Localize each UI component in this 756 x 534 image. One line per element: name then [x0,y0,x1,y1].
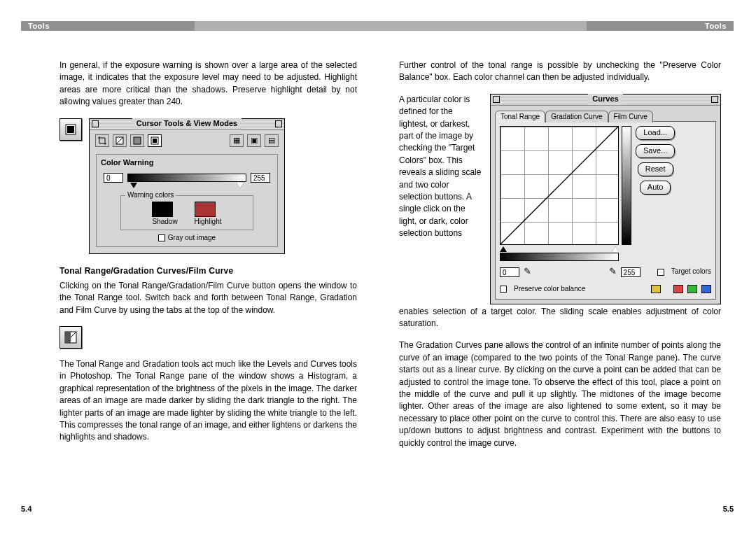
svg-line-8 [500,127,618,244]
screenshot-curves: Curves Tonal RangeGradation CurveFilm Cu… [490,94,721,304]
shadow-slider-handle[interactable] [130,183,137,188]
section-heading: Tonal Range/Gradation Curves/Film Curve [59,265,357,277]
checkbox-label: Target colors [671,267,711,277]
group-label: Warning colors [125,190,176,201]
page-header-right: Tools [587,21,734,31]
auto-button[interactable]: Auto [640,181,671,195]
checkbox-label: Preserve color balance [514,284,585,295]
section-heading: Color Warning [101,157,274,169]
preserve-balance-checkbox[interactable] [500,286,507,293]
load-button[interactable]: Load... [636,126,675,140]
close-box-icon[interactable] [92,120,99,127]
highlight-color-swatch[interactable] [195,202,216,217]
black-eyedropper-icon[interactable]: ✎ [524,265,531,279]
header-bar [378,21,587,31]
color-tool-icon[interactable] [130,134,144,147]
crop-tool-icon[interactable] [95,134,109,147]
body-text: The Tonal Range and Gradation tools act … [59,358,357,444]
shadow-color-swatch[interactable] [152,202,173,217]
swatch-label: Highlight [195,217,222,227]
target-colors-checkbox[interactable] [657,269,664,276]
highlight-slider-handle[interactable] [237,183,244,188]
min-value-field[interactable]: 0 [500,267,519,277]
tab-gradation-curve[interactable]: Gradation Curve [545,111,608,123]
channel-red-icon[interactable] [673,285,683,293]
swatch-label: Shadow [152,217,177,227]
tonal-tool-icon[interactable] [113,134,127,147]
grayout-checkbox[interactable] [158,234,165,241]
screenshot-cursor-tools: Cursor Tools & View Modes ▦ ▣ ▤ [59,118,357,254]
channel-blue-icon[interactable] [701,285,711,293]
gradient-slider[interactable] [127,174,246,182]
exposure-tool-icon[interactable] [148,134,162,147]
tab-film-curve[interactable]: Film Curve [608,111,653,123]
save-button[interactable]: Save... [636,144,675,158]
body-text: The Gradation Curves pane allows the con… [399,339,721,449]
view-icon[interactable]: ▦ [230,134,244,147]
white-point-handle[interactable] [612,246,619,252]
min-value-field[interactable]: 0 [104,173,123,183]
body-text: In general, if the exposure warning is s… [59,59,357,108]
body-text: Clicking on the Tonal Range/Gradation/Fi… [59,280,357,316]
wrapped-body-text: A particular color is defined for the li… [399,94,483,304]
view-icon[interactable]: ▤ [265,134,279,147]
checkbox-label: Gray out image [168,234,216,241]
close-box-icon[interactable] [493,96,500,103]
page-number: 5.5 [723,505,734,513]
white-eyedropper-icon[interactable]: ✎ [609,265,617,279]
page-header-left: Tools [21,21,195,31]
black-point-handle[interactable] [500,246,507,252]
collapse-box-icon[interactable] [711,96,718,103]
input-gradient-slider[interactable] [500,253,619,261]
palette-titlebar[interactable]: Cursor Tools & View Modes [90,119,284,130]
page-number: 5.4 [21,505,31,513]
color-warning-tool-icon [59,118,82,141]
body-text: enables selection of a target color. The… [399,306,721,330]
collapse-box-icon[interactable] [275,120,282,127]
svg-rect-1 [67,126,74,133]
palette-titlebar[interactable]: Curves [491,94,720,106]
palette-title: Cursor Tools & View Modes [132,118,241,129]
max-value-field[interactable]: 255 [621,267,640,277]
max-value-field[interactable]: 255 [251,173,270,183]
svg-rect-7 [65,332,71,343]
svg-rect-3 [134,137,141,144]
tab-tonal-range[interactable]: Tonal Range [495,111,545,123]
channel-green-icon[interactable] [687,285,697,293]
svg-rect-5 [153,139,157,143]
palette-title: Curves [588,94,622,105]
tonal-range-tool-icon [59,326,82,349]
curves-graph[interactable] [500,126,619,245]
output-gradient [622,126,631,245]
view-icon[interactable]: ▣ [247,134,261,147]
channel-combined-icon[interactable] [651,285,661,293]
reset-button[interactable]: Reset [638,162,673,176]
body-text: Further control of the tonal range is po… [399,59,721,84]
header-bar [195,21,378,31]
